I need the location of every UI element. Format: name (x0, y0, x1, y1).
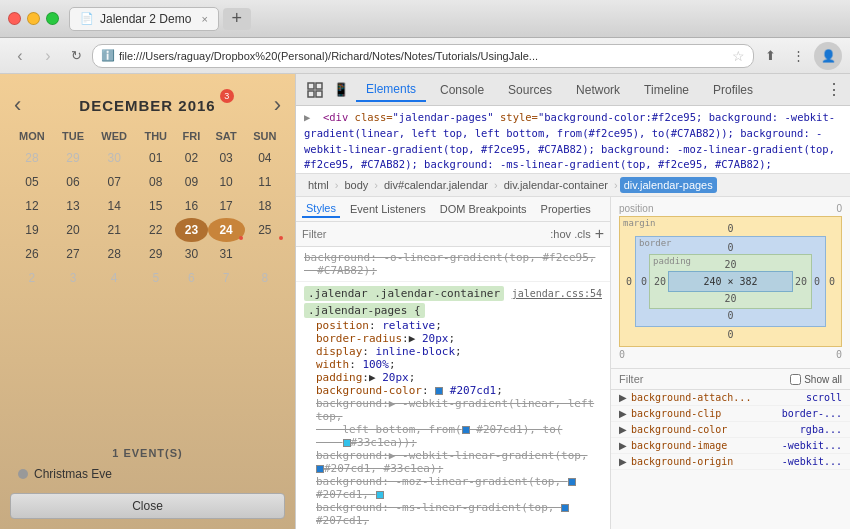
bc-html[interactable]: html (304, 177, 333, 193)
inspector-icon[interactable] (304, 79, 326, 101)
close-control[interactable] (8, 12, 21, 25)
prop-expand-icon[interactable]: ▶ (619, 392, 627, 403)
calendar-day[interactable]: 19 (10, 218, 54, 242)
prop-item-2: ▶ background-color rgba... (611, 422, 850, 438)
calendar-day[interactable]: 28 (10, 146, 54, 170)
devtools-tab-timeline[interactable]: Timeline (634, 79, 699, 101)
calendar-day[interactable]: 31 (208, 242, 245, 266)
box-model-panel: position 0 margin 0 0 (610, 197, 850, 529)
calendar-day[interactable]: 09 (175, 170, 207, 194)
calendar-day[interactable]: 29 (54, 146, 92, 170)
prop-expand-icon-4[interactable]: ▶ (619, 456, 627, 467)
share-button[interactable]: ⬆ (758, 44, 782, 68)
calendar-day[interactable]: 21 (92, 218, 136, 242)
calendar-day[interactable]: 01 (136, 146, 175, 170)
bc-calendar[interactable]: div#calendar.jalendar (380, 177, 492, 193)
browser-tab[interactable]: 📄 Jalendar 2 Demo × (69, 7, 219, 31)
calendar-day[interactable]: 03 (208, 146, 245, 170)
back-button[interactable]: ‹ (8, 44, 32, 68)
source-arrow[interactable]: ▶ (304, 111, 310, 123)
reload-button[interactable]: ↻ (64, 44, 88, 68)
bc-body[interactable]: body (340, 177, 372, 193)
calendar-day[interactable]: 12 (10, 194, 54, 218)
calendar-day[interactable]: 20 (54, 218, 92, 242)
next-month-button[interactable]: › (274, 92, 281, 118)
prop-expand-icon-3[interactable]: ▶ (619, 440, 627, 451)
rule-block-crossed: background: -o-linear-gradient(top, #f2c… (296, 247, 610, 282)
styles-filter-bar: :hov .cls + (296, 222, 610, 247)
url-bar[interactable]: ℹ️ file:///Users/raguay/Dropbox%20(Perso… (92, 44, 754, 68)
calendar-day[interactable]: 5 (136, 266, 175, 290)
rule-origin[interactable]: jalendar.css:54 (512, 288, 602, 299)
calendar-day[interactable]: 11 (245, 170, 285, 194)
calendar-day[interactable]: 23 (175, 218, 207, 242)
rule-sub-selector: .jalendar-pages { (304, 303, 425, 318)
devtools-more-icon[interactable]: ⋮ (826, 80, 842, 99)
menu-button[interactable]: ⋮ (786, 44, 810, 68)
calendar-day[interactable]: 26 (10, 242, 54, 266)
show-all-label[interactable]: Show all (790, 374, 842, 385)
calendar-day[interactable]: 17 (208, 194, 245, 218)
minimize-control[interactable] (27, 12, 40, 25)
prop-name-1: background-clip (631, 408, 778, 419)
calendar-day[interactable]: 13 (54, 194, 92, 218)
computed-filter-input[interactable] (619, 373, 784, 385)
calendar-day[interactable]: 30 (92, 146, 136, 170)
profile-button[interactable]: 👤 (814, 42, 842, 70)
calendar-day[interactable]: 22 (136, 218, 175, 242)
devtools-tab-elements[interactable]: Elements (356, 78, 426, 102)
prev-month-button[interactable]: ‹ (14, 92, 21, 118)
calendar-day[interactable] (245, 242, 285, 266)
new-tab-button[interactable]: + (223, 8, 251, 30)
styles-tab-dom[interactable]: DOM Breakpoints (436, 201, 531, 217)
calendar-day[interactable]: 06 (54, 170, 92, 194)
calendar-day[interactable]: 25 (245, 218, 285, 242)
styles-filter-input[interactable] (302, 228, 546, 240)
devtools-tab-profiles[interactable]: Profiles (703, 79, 763, 101)
calendar-day[interactable]: 28 (92, 242, 136, 266)
calendar-day[interactable]: 8 (245, 266, 285, 290)
rule-selector-crossed: background: -o-linear-gradient(top, #f2c… (304, 251, 602, 277)
calendar-day[interactable]: 24 (208, 218, 245, 242)
tab-close-icon[interactable]: × (201, 13, 207, 25)
calendar-day[interactable]: 15 (136, 194, 175, 218)
close-button[interactable]: Close (10, 493, 285, 519)
calendar-day[interactable]: 7 (208, 266, 245, 290)
calendar-day[interactable]: 14 (92, 194, 136, 218)
margin-right: 0 (829, 276, 835, 287)
calendar-day[interactable]: 10 (208, 170, 245, 194)
add-rule-icon[interactable]: + (595, 225, 604, 243)
prop-expand-icon-2[interactable]: ▶ (619, 424, 627, 435)
rule-prop-bg-moz: background: -moz-linear-gradient(top, #2… (304, 475, 602, 501)
devtools-tab-console[interactable]: Console (430, 79, 494, 101)
styles-tab-events[interactable]: Event Listeners (346, 201, 430, 217)
devtools-tab-network[interactable]: Network (566, 79, 630, 101)
forward-button[interactable]: › (36, 44, 60, 68)
mobile-icon[interactable]: 📱 (330, 79, 352, 101)
bc-pages[interactable]: div.jalendar-pages (620, 177, 717, 193)
calendar-day[interactable]: 08 (136, 170, 175, 194)
html-source: ▶ <div class="jalendar-pages" style="bac… (296, 106, 850, 174)
calendar-day[interactable]: 2 (10, 266, 54, 290)
calendar-day[interactable]: 27 (54, 242, 92, 266)
devtools-tab-sources[interactable]: Sources (498, 79, 562, 101)
show-all-checkbox[interactable] (790, 374, 801, 385)
calendar-day[interactable]: 16 (175, 194, 207, 218)
calendar-day[interactable]: 4 (92, 266, 136, 290)
calendar-day[interactable]: 05 (10, 170, 54, 194)
maximize-control[interactable] (46, 12, 59, 25)
calendar-day[interactable]: 04 (245, 146, 285, 170)
calendar-day[interactable]: 02 (175, 146, 207, 170)
calendar-day[interactable]: 07 (92, 170, 136, 194)
calendar-day[interactable]: 30 (175, 242, 207, 266)
calendar-day[interactable]: 18 (245, 194, 285, 218)
styles-tab-styles[interactable]: Styles (302, 200, 340, 218)
calendar-day[interactable]: 29 (136, 242, 175, 266)
prop-expand-icon-1[interactable]: ▶ (619, 408, 627, 419)
calendar-day[interactable]: 3 (54, 266, 92, 290)
styles-tab-props[interactable]: Properties (537, 201, 595, 217)
calendar-event-badge: 3 (220, 89, 234, 103)
calendar-day[interactable]: 6 (175, 266, 207, 290)
bc-container[interactable]: div.jalendar-container (500, 177, 612, 193)
bookmark-icon[interactable]: ☆ (732, 48, 745, 64)
